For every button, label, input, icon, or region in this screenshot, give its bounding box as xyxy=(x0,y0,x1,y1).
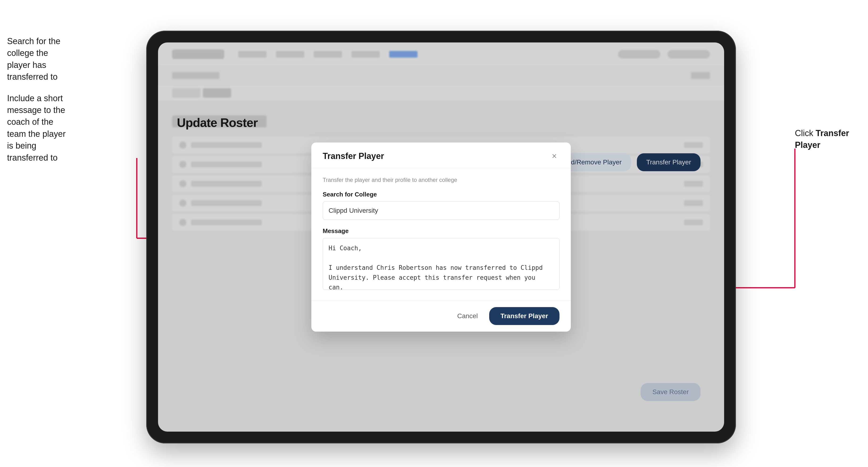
modal-title: Transfer Player xyxy=(323,151,384,161)
tablet-screen: Update Roster Add/Remove Player Transfer… xyxy=(158,42,724,432)
tablet-device: Update Roster Add/Remove Player Transfer… xyxy=(146,31,736,443)
search-college-label: Search for College xyxy=(323,191,559,198)
left-annotation: Search for the college the player has tr… xyxy=(7,35,73,173)
message-textarea[interactable]: Hi Coach, I understand Chris Robertson h… xyxy=(323,238,559,290)
close-icon: × xyxy=(552,151,557,161)
modal-footer: Cancel Transfer Player xyxy=(311,300,571,332)
modal-body: Transfer the player and their profile to… xyxy=(311,168,571,300)
annotation-text-1: Search for the college the player has tr… xyxy=(7,35,73,83)
modal-overlay: Transfer Player × Transfer the player an… xyxy=(158,42,724,432)
search-college-input[interactable] xyxy=(323,201,559,220)
modal-subtitle: Transfer the player and their profile to… xyxy=(323,177,559,183)
message-label: Message xyxy=(323,227,559,235)
right-annotation: Click Transfer Player xyxy=(795,127,861,151)
tablet-outer: Update Roster Add/Remove Player Transfer… xyxy=(146,31,736,443)
modal-close-button[interactable]: × xyxy=(549,151,559,161)
transfer-player-button[interactable]: Transfer Player xyxy=(489,307,559,325)
transfer-player-modal: Transfer Player × Transfer the player an… xyxy=(311,143,571,332)
cancel-button[interactable]: Cancel xyxy=(452,309,483,323)
annotation-text-2: Include a short message to the coach of … xyxy=(7,92,73,164)
annotation-text-right: Click Transfer Player xyxy=(795,127,861,151)
modal-header: Transfer Player × xyxy=(311,143,571,168)
